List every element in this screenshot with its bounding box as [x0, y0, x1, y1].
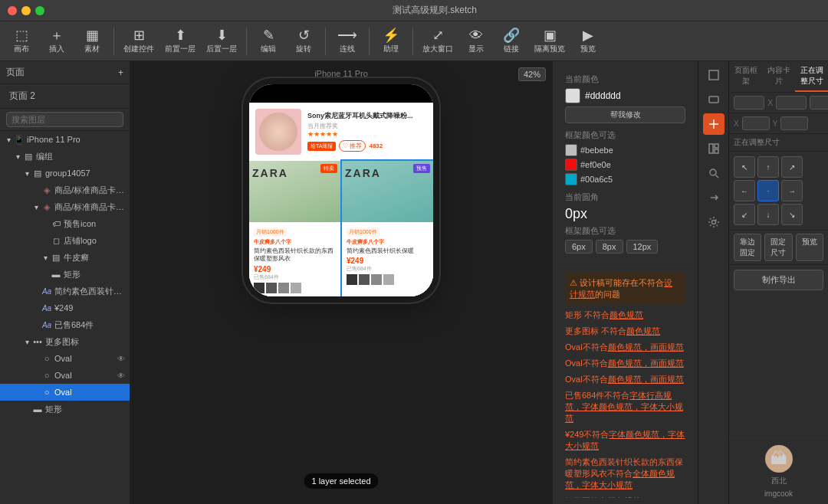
design-spec-link[interactable]: 设计规范: [570, 278, 672, 299]
recommend-btn[interactable]: ♡ 推荐: [339, 140, 366, 152]
width-input[interactable]: 316: [734, 96, 764, 110]
x-input[interactable]: 6: [742, 116, 770, 130]
radius-opt-2[interactable]: 12px: [626, 240, 659, 254]
toolbar-rotate[interactable]: ↺ 旋转: [287, 25, 320, 58]
proxy-btn[interactable]: [703, 187, 724, 208]
rotation-input[interactable]: 0: [810, 96, 828, 110]
radius-opt-0[interactable]: 6px: [565, 240, 593, 254]
preview-btn[interactable]: 预览: [796, 234, 823, 261]
content-card-btn[interactable]: [703, 89, 724, 110]
page-item-2[interactable]: 页面 2: [6, 87, 123, 105]
layer-oval1[interactable]: ○ Oval 👁: [0, 350, 130, 367]
constraint-ml[interactable]: ←: [734, 180, 755, 201]
display-icon: 👁: [469, 28, 483, 42]
toolbar-zoom-window[interactable]: ⤢ 放大窗口: [418, 25, 458, 58]
resize-fixed-btn[interactable]: 靠边固定: [734, 234, 761, 261]
constraint-mc[interactable]: ·: [757, 180, 779, 201]
toolbar-assets[interactable]: ▦ 素材: [75, 25, 109, 58]
toolbar-isolate[interactable]: ▣ 隔离预览: [530, 25, 570, 58]
fix-color-button[interactable]: 帮我修改: [565, 106, 685, 123]
toolbar-canvas[interactable]: ⬚ 画布: [5, 25, 38, 58]
layer-oval3-selected[interactable]: ○ Oval: [0, 384, 130, 401]
constraint-bc[interactable]: ↓: [757, 204, 779, 225]
font-spec-link-5[interactable]: 字体行高规范，字体颜色规范，字体大小规范: [565, 391, 683, 423]
height-input[interactable]: 774: [776, 96, 807, 110]
toolbar-assistant[interactable]: ⚡ 助理: [374, 25, 408, 58]
minimize-button[interactable]: [21, 6, 31, 15]
product-card-1[interactable]: ZARA 特卖 月销1000件 牛皮癣多八个字 简约素色西装针织长款的东西保暖塑…: [249, 161, 340, 296]
warn-2: Oval不符合颜色规范，画面规范: [565, 342, 685, 353]
toolbar-connect[interactable]: ⟶ 连线: [330, 25, 364, 58]
color-spec-link-8[interactable]: 颜色规范: [607, 496, 641, 498]
maximize-button[interactable]: [35, 6, 44, 15]
warn-text-0: 矩形 不符合颜色规范: [565, 310, 643, 319]
group-icon: •••: [32, 337, 43, 346]
canvas-area[interactable]: 42% iPhone 11 Pro Sony索尼蓝牙耳机头戴式降噪粉... 当月…: [130, 61, 552, 504]
layer-yusale[interactable]: 🏷 预售icon: [0, 215, 130, 232]
font-spec-link-6[interactable]: 字体颜色规范，字体大小规范: [565, 430, 685, 450]
layer-oval2[interactable]: ○ Oval 👁: [0, 367, 130, 384]
layer-juxing1[interactable]: ▬ 矩形: [0, 266, 130, 283]
card-sold-1: 已售684件: [254, 273, 336, 281]
layer-shoplogo[interactable]: ◻ 店铺logo: [0, 232, 130, 249]
color-spec-link-4[interactable]: 颜色规范，画面规范: [608, 375, 684, 384]
product-card-2[interactable]: ZARA 预售 月销1000件 牛皮癣多八个字 简约素色西装针织长保暖 ¥249…: [342, 161, 433, 296]
constraint-tc[interactable]: ↑: [757, 156, 779, 178]
ta-report-btn[interactable]: 给TA薄报: [307, 142, 336, 151]
warn-text-3: Oval不符合颜色规范，画面规范: [565, 358, 684, 368]
prop-tab-content[interactable]: 内容卡片: [762, 61, 795, 92]
layer-juxing2[interactable]: ▬ 矩形: [0, 401, 130, 417]
toolbar-insert[interactable]: ＋ 插入: [40, 25, 74, 58]
close-button[interactable]: [8, 6, 17, 15]
layer-bianzu[interactable]: ▾ ▤ 编组: [0, 148, 130, 165]
color-spec-link-1[interactable]: 颜色规范: [626, 326, 660, 335]
layer-sold[interactable]: Aa 已售684件: [0, 316, 130, 333]
color-spec-link-2[interactable]: 颜色规范，画面规范: [608, 342, 684, 352]
export-button[interactable]: 制作导出: [734, 270, 823, 290]
device-icon: 📱: [14, 135, 25, 145]
font-spec-link-7[interactable]: 全体颜色规范，字体大小规范: [565, 469, 675, 489]
inspection-wrapper: 当前颜色 #dddddd 帮我修改 框架颜色可选 #bebebe: [559, 67, 692, 498]
constraint-tr[interactable]: ↗: [781, 156, 803, 178]
layer-niupi[interactable]: ▾ ▤ 牛皮癣: [0, 249, 130, 266]
radius-opt-1[interactable]: 8px: [596, 240, 623, 254]
page-frame-btn[interactable]: [703, 64, 724, 86]
toolbar-preview[interactable]: ▶ 预览: [571, 25, 605, 58]
layer-product1[interactable]: ◈ 商品/标准商品卡片范例/竖卡/...: [0, 182, 130, 198]
toolbar-back[interactable]: ⬇ 后置一层: [202, 25, 242, 58]
toolbar-front[interactable]: ⬆ 前置一层: [160, 25, 200, 58]
constraint-tl[interactable]: ↖: [734, 156, 755, 178]
search-spec-btn[interactable]: [703, 162, 724, 184]
settings-btn[interactable]: [703, 211, 724, 233]
layer-moretag[interactable]: ▾ ••• 更多图标: [0, 333, 130, 350]
alt-color-row-2[interactable]: #00a6c5: [565, 173, 685, 185]
layer-product2[interactable]: ▾ ◈ 商品/标准商品卡片范例/竖卡/...: [0, 198, 130, 215]
search-input[interactable]: [6, 112, 123, 127]
prop-tab-page[interactable]: 页面框架: [729, 61, 762, 92]
layer-price[interactable]: Aa ¥249: [0, 299, 130, 316]
layout-btn[interactable]: [703, 138, 724, 159]
add-page-button[interactable]: +: [118, 67, 123, 78]
color-spec-link-0[interactable]: 颜色规范: [610, 310, 643, 319]
alt-color-row-0[interactable]: #bebebe: [565, 144, 685, 156]
toolbar-edit[interactable]: ✎ 编辑: [251, 25, 285, 58]
toolbar-display[interactable]: 👁 显示: [459, 25, 493, 58]
layer-group14057[interactable]: ▾ ▤ group14057: [0, 165, 130, 182]
constraint-br[interactable]: ↘: [781, 204, 803, 225]
color-spec-link-3[interactable]: 颜色规范，画面规范: [608, 358, 684, 368]
prop-tab-resize[interactable]: 正在调整尺寸: [795, 61, 828, 92]
far-icons-panel: [698, 61, 728, 504]
create-widget-label: 创建控件: [123, 44, 154, 54]
page-frame-icon: [708, 69, 720, 81]
layer-iphone11pro[interactable]: ▾ 📱 iPhone 11 Pro: [0, 131, 130, 148]
toolbar-link[interactable]: 🔗 链接: [495, 25, 528, 58]
y-input[interactable]: 6: [780, 116, 808, 130]
constraint-bl[interactable]: ↙: [734, 204, 755, 225]
fixed-size-btn[interactable]: 固定尺寸: [764, 234, 792, 261]
toolbar-create-widget[interactable]: ⊞ 创建控件: [119, 25, 159, 58]
alt-color-row-1[interactable]: #ef0e0e: [565, 159, 685, 171]
constraint-mr[interactable]: →: [781, 180, 803, 201]
resize-constraint-btn[interactable]: [703, 113, 724, 135]
layer-text1[interactable]: Aa 简约素色西装针织长款的东...: [0, 283, 130, 299]
layer-label: 更多图标: [45, 336, 127, 348]
